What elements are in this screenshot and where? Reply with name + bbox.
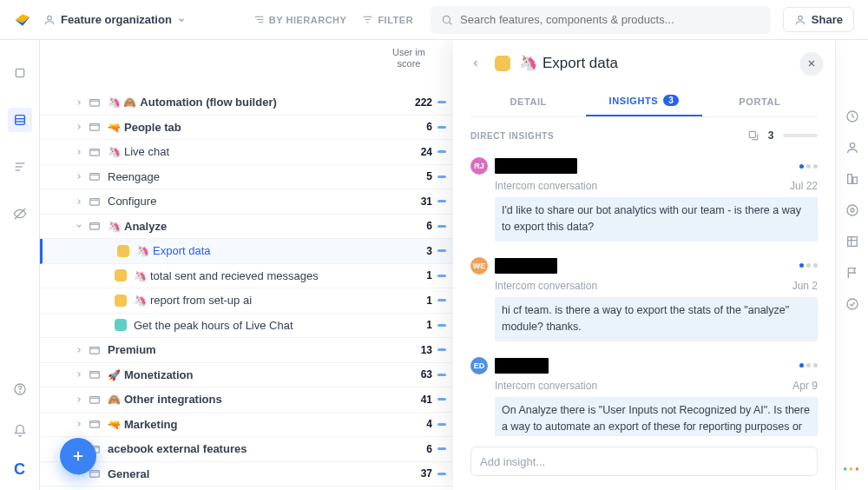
folder-icon bbox=[89, 96, 102, 109]
feature-row[interactable]: 🔫People tab 6 bbox=[40, 116, 453, 141]
tab-portal[interactable]: PORTAL bbox=[702, 86, 818, 116]
insight-item[interactable]: WE Intercom conversation Jun 2 hi cf tea… bbox=[470, 257, 818, 341]
score-bar-icon bbox=[437, 348, 446, 351]
workspace-name: Feature organization bbox=[61, 13, 172, 26]
feature-row[interactable]: Configure 31 bbox=[40, 189, 453, 215]
feature-title: 🦄Analyze bbox=[108, 220, 389, 233]
workspace-selector[interactable]: Feature organization bbox=[43, 13, 186, 26]
close-panel-button[interactable] bbox=[800, 52, 823, 75]
feature-child-row[interactable]: 🦄report from set-up ai 1 bbox=[40, 288, 453, 314]
people-icon[interactable] bbox=[845, 141, 859, 155]
add-feature-fab[interactable] bbox=[60, 438, 96, 474]
svg-point-46 bbox=[847, 205, 858, 215]
feature-score: 3 bbox=[389, 245, 432, 257]
folder-icon bbox=[89, 121, 102, 133]
expand-toggle[interactable] bbox=[40, 222, 89, 230]
expand-toggle[interactable] bbox=[40, 148, 89, 156]
feature-row[interactable]: 🦄 🙈Automation (flow builder) 222 bbox=[40, 90, 453, 116]
feature-child-row[interactable]: Get the peak hours of Live Chat 1 bbox=[40, 314, 453, 339]
add-insight-input[interactable]: Add insight... bbox=[470, 447, 818, 476]
sidebar-hidden-icon[interactable] bbox=[8, 202, 32, 226]
activity-icon[interactable] bbox=[845, 109, 859, 123]
filter-button[interactable]: FILTER bbox=[362, 14, 413, 25]
view-by-hierarchy-button[interactable]: BY HIERARCHY bbox=[253, 14, 347, 25]
expand-toggle[interactable] bbox=[40, 172, 89, 181]
feature-score: 1 bbox=[389, 319, 432, 331]
feature-row[interactable]: Premium 13 bbox=[40, 338, 453, 363]
feature-row[interactable]: acebook external features 6 bbox=[40, 437, 453, 462]
svg-rect-13 bbox=[15, 116, 24, 125]
expand-toggle[interactable] bbox=[40, 197, 89, 206]
insight-date: Apr 9 bbox=[792, 380, 818, 392]
sidebar-features-icon[interactable] bbox=[8, 108, 32, 132]
tab-insights[interactable]: INSIGHTS 3 bbox=[586, 86, 701, 116]
folder-icon bbox=[89, 467, 102, 480]
expand-toggle[interactable] bbox=[40, 420, 89, 428]
feature-row[interactable]: 🔫Marketing 4 bbox=[40, 413, 453, 438]
svg-point-2 bbox=[48, 16, 52, 20]
priority-dots-icon bbox=[799, 363, 818, 368]
help-icon[interactable] bbox=[8, 377, 32, 401]
history-icon[interactable] bbox=[845, 203, 859, 217]
insight-item[interactable]: ED Intercom conversation Apr 9 On Analyz… bbox=[470, 357, 818, 437]
check-circle-icon[interactable] bbox=[845, 297, 859, 311]
notifications-icon[interactable] bbox=[8, 419, 32, 443]
feature-row[interactable]: General 37 bbox=[40, 462, 453, 487]
feature-score: 222 bbox=[389, 96, 432, 109]
feature-title: Reengage bbox=[108, 170, 389, 183]
feature-title: 🦄Export data bbox=[136, 244, 389, 257]
folder-icon bbox=[89, 220, 102, 232]
feature-row[interactable]: 🙈Other integrations 41 bbox=[40, 387, 453, 413]
feature-child-row[interactable]: 🦄Export data 3 bbox=[40, 239, 453, 264]
feature-color-swatch bbox=[115, 295, 127, 307]
svg-point-43 bbox=[850, 143, 854, 148]
expand-toggle[interactable] bbox=[40, 98, 89, 107]
expand-toggle[interactable] bbox=[40, 370, 89, 379]
folder-icon bbox=[89, 146, 102, 158]
insight-source: Intercom conversation bbox=[495, 180, 597, 192]
svg-rect-24 bbox=[90, 149, 100, 156]
feature-row[interactable]: Reengage 5 bbox=[40, 165, 453, 190]
feature-row[interactable]: 🦄Live chat 24 bbox=[40, 140, 453, 165]
search-input[interactable] bbox=[460, 13, 760, 26]
score-bar-icon bbox=[437, 101, 446, 103]
feature-score: 1 bbox=[389, 295, 432, 307]
svg-rect-22 bbox=[90, 99, 100, 106]
insights-count-badge: 3 bbox=[663, 95, 679, 106]
feature-row[interactable]: 🚀Monetization 63 bbox=[40, 363, 453, 388]
link-insight-icon[interactable] bbox=[747, 129, 760, 142]
detail-panel: 🦄 Export data DETAIL INSIGHTS 3 PORTAL bbox=[453, 40, 835, 490]
insight-date: Jun 2 bbox=[792, 280, 818, 292]
expand-toggle[interactable] bbox=[40, 346, 89, 354]
insight-source: Intercom conversation bbox=[495, 380, 597, 392]
brand-icon[interactable]: C bbox=[11, 460, 29, 478]
feature-title: 🔫Marketing bbox=[108, 418, 389, 431]
folder-icon bbox=[89, 368, 102, 381]
search-field[interactable] bbox=[431, 6, 771, 34]
search-icon bbox=[441, 14, 453, 26]
sidebar-backlog-icon[interactable] bbox=[8, 155, 32, 179]
score-bar-icon bbox=[437, 126, 446, 129]
chevron-left-icon bbox=[470, 58, 481, 69]
share-button[interactable]: Share bbox=[783, 7, 854, 32]
insight-item[interactable]: RJ Intercom conversation Jul 22 I'd like… bbox=[470, 157, 818, 242]
score-bar-icon bbox=[437, 398, 446, 401]
feature-color-swatch bbox=[115, 319, 127, 331]
feature-child-row[interactable]: 🦄total sent and recieved messages 1 bbox=[40, 264, 453, 289]
flag-icon[interactable] bbox=[845, 266, 859, 280]
expand-toggle[interactable] bbox=[40, 395, 89, 404]
expand-toggle[interactable] bbox=[40, 122, 89, 131]
sidebar-home-icon[interactable] bbox=[8, 61, 32, 85]
app-logo[interactable] bbox=[14, 11, 31, 29]
feature-title: 🙈Other integrations bbox=[108, 393, 389, 406]
panel-back-button[interactable] bbox=[470, 58, 481, 69]
panel-title: 🦄 Export data bbox=[519, 54, 618, 72]
folder-icon bbox=[89, 195, 102, 208]
company-icon[interactable] bbox=[845, 172, 859, 186]
svg-rect-25 bbox=[90, 174, 100, 181]
feature-row[interactable]: 🦄Analyze 6 bbox=[40, 215, 453, 240]
table-icon[interactable] bbox=[845, 235, 859, 248]
tab-detail[interactable]: DETAIL bbox=[470, 86, 586, 116]
chevron-down-icon bbox=[177, 16, 186, 24]
feature-score: 41 bbox=[389, 394, 432, 406]
